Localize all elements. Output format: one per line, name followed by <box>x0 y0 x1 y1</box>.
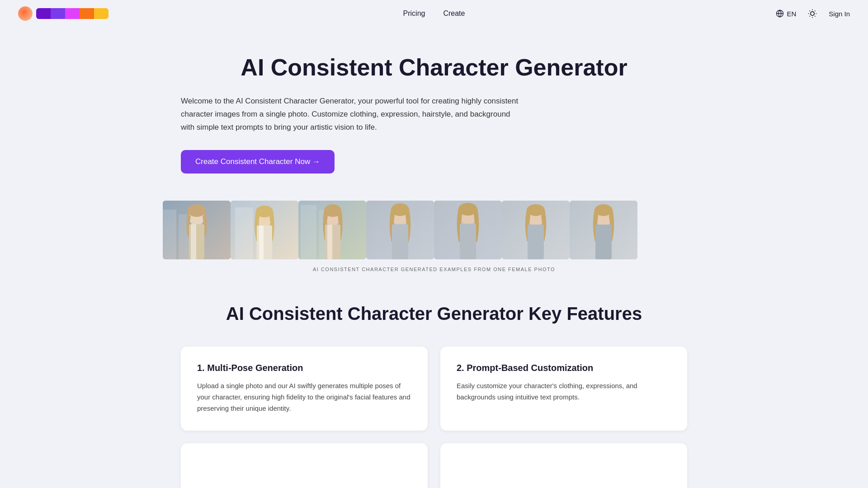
svg-point-14 <box>188 204 206 217</box>
nav-pricing[interactable]: Pricing <box>403 9 425 18</box>
character-image-5 <box>434 201 502 259</box>
theme-toggle-button[interactable] <box>805 6 820 21</box>
globe-icon <box>776 9 784 18</box>
image-strip-container: AI CONSISTENT CHARACTER GENERATED EXAMPL… <box>163 201 705 272</box>
hero-description: Welcome to the AI Consistent Character G… <box>181 95 524 134</box>
svg-rect-18 <box>235 207 253 259</box>
feature-card-desc-1: Upload a single photo and our AI swiftly… <box>197 380 411 414</box>
navbar-right: EN Sign In <box>776 6 850 21</box>
svg-rect-34 <box>392 224 408 259</box>
svg-line-8 <box>810 16 810 16</box>
signin-button[interactable]: Sign In <box>829 10 850 18</box>
logo-colorbar <box>36 8 108 19</box>
svg-rect-23 <box>259 225 264 259</box>
feature-card-desc-2: Easily customize your character's clothi… <box>457 380 671 403</box>
colorbar-orange <box>80 8 94 19</box>
sun-icon <box>808 9 817 18</box>
character-image-7 <box>570 201 637 259</box>
image-strip <box>163 201 705 259</box>
features-title: AI Consistent Character Generator Key Fe… <box>181 304 687 324</box>
hero-title: AI Consistent Character Generator <box>181 54 687 81</box>
svg-rect-42 <box>528 225 544 259</box>
svg-line-4 <box>810 11 810 11</box>
feature-card-title-2: 2. Prompt-Based Customization <box>457 363 671 373</box>
character-image-2 <box>231 201 298 259</box>
svg-rect-38 <box>460 224 476 259</box>
nav-create[interactable]: Create <box>443 9 465 18</box>
character-image-1 <box>163 201 231 259</box>
svg-rect-46 <box>595 225 612 259</box>
svg-line-9 <box>815 11 816 11</box>
character-image-3 <box>298 201 366 259</box>
svg-line-5 <box>815 16 816 16</box>
svg-rect-11 <box>163 210 176 259</box>
feature-card-4 <box>440 443 687 488</box>
nav-links: Pricing Create <box>403 9 465 18</box>
features-grid: 1. Multi-Pose Generation Upload a single… <box>181 347 687 488</box>
feature-card-1: 1. Multi-Pose Generation Upload a single… <box>181 347 428 430</box>
hero-section: AI Consistent Character Generator Welcom… <box>163 54 705 174</box>
colorbar-violet <box>51 8 65 19</box>
svg-rect-25 <box>301 205 316 259</box>
logo-icon <box>18 6 33 21</box>
svg-rect-30 <box>327 225 332 259</box>
feature-card-2: 2. Prompt-Based Customization Easily cus… <box>440 347 687 430</box>
logo-area <box>18 6 108 21</box>
feature-card-title-1: 1. Multi-Pose Generation <box>197 363 411 373</box>
features-section: AI Consistent Character Generator Key Fe… <box>163 304 705 488</box>
colorbar-pink <box>65 8 80 19</box>
feature-card-3 <box>181 443 428 488</box>
svg-point-1 <box>811 12 814 15</box>
strip-caption: AI CONSISTENT CHARACTER GENERATED EXAMPL… <box>163 267 705 272</box>
language-label: EN <box>787 10 796 18</box>
cta-button[interactable]: Create Consistent Character Now → <box>181 150 335 174</box>
character-image-4 <box>366 201 434 259</box>
character-image-6 <box>502 201 570 259</box>
svg-rect-16 <box>191 224 196 259</box>
colorbar-purple <box>36 8 51 19</box>
colorbar-yellow <box>94 8 108 19</box>
language-button[interactable]: EN <box>776 9 796 18</box>
navbar: Pricing Create EN Sign In <box>0 0 868 27</box>
